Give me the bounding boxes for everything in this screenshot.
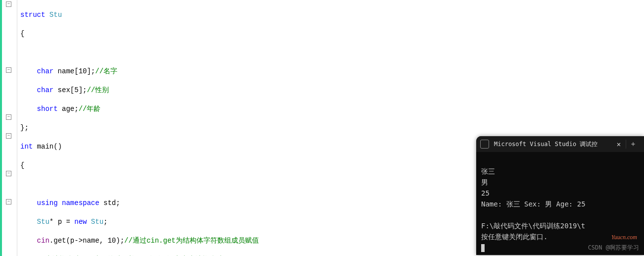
keyword: char	[37, 67, 54, 75]
comment: //性别	[87, 86, 109, 94]
brace: {	[20, 30, 24, 38]
console-window: Microsoft Visual Studio 调试控 ✕ ＋ 张三 男 25 …	[476, 136, 644, 255]
fold-toggle-icon[interactable]: −	[6, 133, 11, 139]
brace: {	[20, 161, 24, 169]
declarator: age;	[58, 105, 79, 113]
keyword: namespace	[62, 199, 99, 207]
brace: };	[20, 124, 29, 132]
keyword: new	[74, 218, 87, 226]
type-name: Stu	[37, 218, 50, 226]
plus-icon[interactable]: ＋	[626, 140, 640, 149]
console-line: 男	[481, 178, 488, 186]
keyword: int	[20, 143, 33, 151]
fold-toggle-icon[interactable]: −	[6, 199, 11, 205]
keyword: short	[37, 105, 58, 113]
declarator: sex[5];	[53, 86, 87, 94]
watermark: Yuucn.com	[611, 234, 637, 241]
cursor-icon	[481, 244, 485, 252]
comment: //年龄	[79, 105, 101, 113]
identifier: cin	[37, 237, 50, 245]
comment: //通过cin.get为结构体字符数组成员赋值	[124, 237, 259, 245]
console-titlebar[interactable]: Microsoft Visual Studio 调试控 ✕ ＋	[476, 136, 644, 152]
console-line: 张三	[481, 167, 495, 175]
console-line: Name: 张三 Sex: 男 Age: 25	[481, 200, 586, 208]
fold-toggle-icon[interactable]: −	[6, 67, 11, 73]
fold-toggle-icon[interactable]: −	[6, 1, 11, 7]
fold-toggle-icon[interactable]: −	[6, 114, 11, 120]
args: (p->name, 10);	[66, 237, 124, 245]
fold-toggle-icon[interactable]: −	[6, 171, 11, 176]
console-title: Microsoft Visual Studio 调试控	[494, 140, 612, 149]
app-icon	[480, 140, 489, 149]
keyword: using	[37, 199, 58, 207]
declarator: name[10];	[53, 67, 95, 75]
comment: //名字	[95, 67, 117, 75]
keyword: struct	[20, 11, 45, 19]
console-line: F:\敲代码文件\代码训练2019\t	[481, 222, 585, 230]
function-name: main()	[33, 143, 62, 151]
identifier: std;	[99, 199, 120, 207]
type-name: Stu	[50, 11, 62, 19]
code-text: * p =	[50, 218, 74, 226]
method: get	[53, 237, 66, 245]
keyword: char	[37, 86, 54, 94]
watermark: CSDN @啊苏要学习	[588, 244, 639, 252]
fold-gutter: − − − − − −	[0, 0, 17, 256]
type-name: Stu	[87, 218, 103, 226]
console-line: 25	[481, 189, 490, 197]
console-line: 按任意键关闭此窗口.	[481, 233, 547, 241]
close-icon[interactable]: ✕	[612, 140, 626, 148]
